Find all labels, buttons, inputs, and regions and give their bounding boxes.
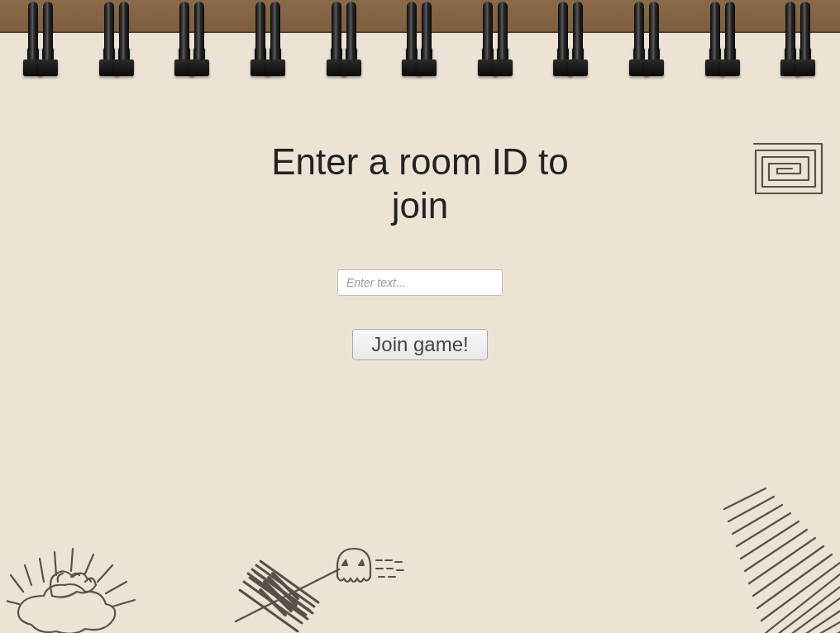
join-form: Enter a room ID to join Join game! bbox=[0, 140, 840, 360]
doodle-hatching-icon bbox=[716, 484, 840, 633]
join-heading: Enter a room ID to join bbox=[246, 140, 594, 228]
doodle-ghost-icon bbox=[331, 542, 438, 592]
join-game-button[interactable]: Join game! bbox=[352, 329, 487, 360]
doodle-explosion-icon bbox=[7, 517, 155, 633]
doodle-scribble-icon bbox=[231, 549, 356, 633]
spiral-binding bbox=[0, 0, 840, 91]
room-id-input[interactable] bbox=[337, 269, 503, 296]
